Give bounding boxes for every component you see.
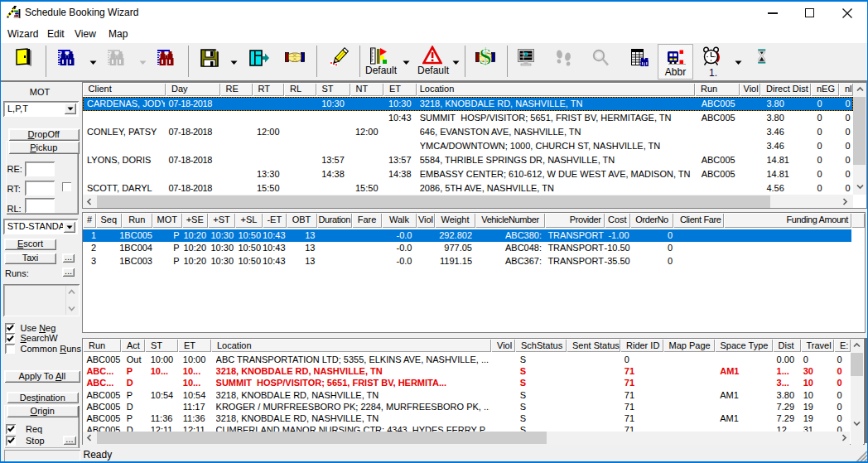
svg-text:$: $ (480, 47, 492, 67)
